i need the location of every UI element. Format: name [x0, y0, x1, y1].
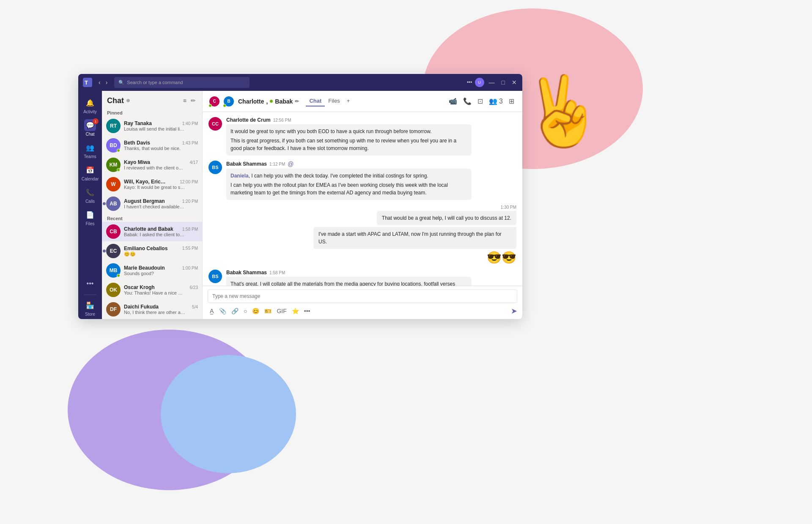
participants-button[interactable]: 👥 3	[487, 96, 505, 106]
title-bar-actions: ••• U — □ ✕	[467, 78, 519, 87]
chat-list-title: Chat	[107, 96, 130, 105]
nav-back-button[interactable]: ‹	[97, 78, 102, 87]
msg-meta-4: Babak Shammas 1:58 PM	[226, 270, 472, 276]
calendar-label: Calendar	[82, 177, 99, 181]
messages-area: CC Charlotte de Crum 12:56 PM It would b…	[203, 112, 522, 286]
chat-status-dot	[126, 99, 130, 102]
nav-forward-button[interactable]: ›	[104, 78, 110, 87]
maximize-button[interactable]: □	[499, 78, 507, 87]
chat-time: 4/17	[190, 160, 198, 165]
chat-name: Beth Davis	[124, 140, 150, 146]
gif-button[interactable]: GIF	[274, 306, 288, 316]
video-call-button[interactable]: 📹	[447, 96, 459, 106]
more-tools-button[interactable]: •••	[302, 306, 313, 316]
filter-button[interactable]: ≡	[182, 96, 188, 105]
chat-item-emiliano[interactable]: EC Emiliano Ceballos 1:55 PM 😊😊	[102, 241, 202, 261]
chat-time: 6/23	[190, 285, 198, 290]
tab-files[interactable]: Files	[325, 96, 343, 106]
sidebar-item-teams[interactable]: 👥 Teams	[78, 139, 102, 161]
chat-item-oscar[interactable]: OK Oscar Krogh 6/23 You: Thanks! Have a …	[102, 280, 202, 300]
minimize-button[interactable]: —	[487, 78, 497, 87]
files-icon: 📄	[84, 209, 96, 221]
sidebar-item-chat[interactable]: 💬 1 Chat	[78, 117, 102, 139]
msg-avatar-babak-2: BS	[208, 270, 222, 283]
chat-time: 1:58 PM	[182, 227, 198, 232]
chat-item-daichi[interactable]: DF Daichi Fukuda 5/4 No, I think there a…	[102, 300, 202, 319]
avatar-emiliano: EC	[106, 244, 121, 258]
sticker-button[interactable]: 🎫	[262, 306, 274, 316]
msg-bubble-4: That's great. I will collate all the mat…	[226, 277, 472, 286]
tab-chat[interactable]: Chat	[306, 96, 325, 106]
chat-item-kayo-miwa[interactable]: KM Kayo Miwa 4/17 I reviewed with the cl…	[102, 155, 202, 175]
header-tabs: Chat Files +	[306, 96, 353, 106]
loop-button[interactable]: ○	[241, 306, 249, 316]
teams-window: T ‹ › 🔍 Search or type a command ••• U —…	[78, 74, 522, 319]
recent-section-label: Recent	[102, 213, 202, 222]
online-dot	[117, 149, 120, 152]
files-label: Files	[85, 221, 94, 226]
chat-time: 5/4	[192, 305, 198, 309]
teams-logo: T	[82, 76, 93, 88]
sidebar-item-activity[interactable]: 🔔 Activity	[78, 94, 102, 117]
pinned-section-label: Pinned	[102, 108, 202, 116]
screen-share-button[interactable]: ⊡	[475, 96, 485, 106]
sidebar-item-store[interactable]: 🏪 Store	[78, 297, 102, 319]
msg-content-1: Charlotte de Crum 12:56 PM It would be g…	[226, 117, 472, 156]
svg-text:T: T	[85, 79, 88, 86]
msg-text: This is great progress, if you both can …	[230, 137, 467, 152]
chat-preview: Babak: I asked the client to send her fe…	[124, 232, 185, 237]
chat-item-charlotte-babak[interactable]: CB Charlotte and Babak 1:58 PM Babak: I …	[102, 222, 202, 241]
search-bar[interactable]: 🔍 Search or type a command	[114, 77, 250, 88]
sidebar-item-calls[interactable]: 📞 Calls	[78, 184, 102, 206]
chat-item-will-group[interactable]: W Will, Kayo, Eric, +2 12:00 PM Kayo: It…	[102, 175, 202, 194]
chat-item-marie[interactable]: MB Marie Beaudouin 1:00 PM Sounds good?	[102, 261, 202, 280]
chat-item-ray-tanaka[interactable]: RT Ray Tanaka 1:40 PM Louisa will send t…	[102, 116, 202, 136]
chat-item-beth-davis[interactable]: BD Beth Davis 1:43 PM Thanks, that would…	[102, 136, 202, 155]
audio-call-button[interactable]: 📞	[461, 96, 474, 106]
chat-item-august-bergman[interactable]: AB August Bergman 1:20 PM I haven't chec…	[102, 194, 202, 213]
close-button[interactable]: ✕	[510, 78, 519, 87]
emoji-button[interactable]: 😊	[250, 306, 261, 316]
praise-button[interactable]: ⭐	[290, 306, 301, 316]
chat-list-panel: Chat ≡ ✏ Pinned RT Ray Tanaka 1:40 PM Lo	[102, 91, 203, 319]
sidebar-icons: 🔔 Activity 💬 1 Chat 👥 Teams 📅 Calendar 📞…	[78, 91, 102, 319]
chat-info-daichi: Daichi Fukuda 5/4 No, I think there are …	[124, 304, 198, 315]
sidebar-item-more[interactable]: •••	[78, 275, 102, 293]
chat-main: C B Charlotte , Babak ✏ Chat	[203, 91, 522, 319]
msg-bubble-right-1: That would be a great help, I will call …	[377, 211, 516, 225]
calendar-icon: 📅	[84, 164, 96, 176]
chat-time: 1:40 PM	[182, 121, 198, 126]
mention-icon: @	[288, 161, 294, 167]
message-input-area: A̲ 📎 🔗 ○ 😊 🎫 GIF ⭐ ••• ➤	[203, 286, 522, 319]
chat-preview: I reviewed with the client on Tuesda...	[124, 165, 185, 170]
main-content: 🔔 Activity 💬 1 Chat 👥 Teams 📅 Calendar 📞…	[78, 91, 522, 319]
avatar-charlotte-babak: CB	[106, 224, 121, 239]
chat-list-header: Chat ≡ ✏	[102, 91, 202, 108]
msg-time: 1:12 PM	[269, 162, 285, 166]
emoji-hand: ✌️	[520, 72, 605, 151]
chat-info-will-group: Will, Kayo, Eric, +2 12:00 PM Kayo: It w…	[124, 179, 198, 190]
chat-name: Emiliano Ceballos	[124, 246, 167, 251]
sidebar-item-files[interactable]: 📄 Files	[78, 206, 102, 229]
format-button[interactable]: A̲	[208, 306, 216, 316]
chat-name: Daichi Fukuda	[124, 304, 159, 310]
message-input[interactable]	[208, 289, 517, 303]
link-button[interactable]: 🔗	[229, 306, 241, 316]
avatar-oscar: OK	[106, 283, 121, 297]
attach-button[interactable]: 📎	[217, 306, 228, 316]
compose-button[interactable]: ✏	[189, 96, 197, 105]
online-indicator	[223, 104, 226, 107]
online-dot	[117, 168, 120, 172]
more-actions-button[interactable]: ⊞	[507, 96, 516, 106]
tab-add[interactable]: +	[343, 96, 354, 106]
chat-title-text: Chat	[107, 96, 124, 105]
chat-preview: I haven't checked available times yet	[124, 204, 185, 209]
msg-bubble-right-2: I've made a start with APAC and LATAM, n…	[313, 227, 516, 249]
more-options-label[interactable]: •••	[467, 79, 472, 85]
user-avatar[interactable]: U	[475, 78, 484, 87]
sidebar-divider	[84, 295, 96, 295]
header-actions: 📹 📞 ⊡ 👥 3 ⊞	[447, 96, 516, 106]
edit-name-icon[interactable]: ✏	[295, 98, 299, 104]
sidebar-item-calendar[interactable]: 📅 Calendar	[78, 161, 102, 184]
send-button[interactable]: ➤	[511, 306, 517, 316]
